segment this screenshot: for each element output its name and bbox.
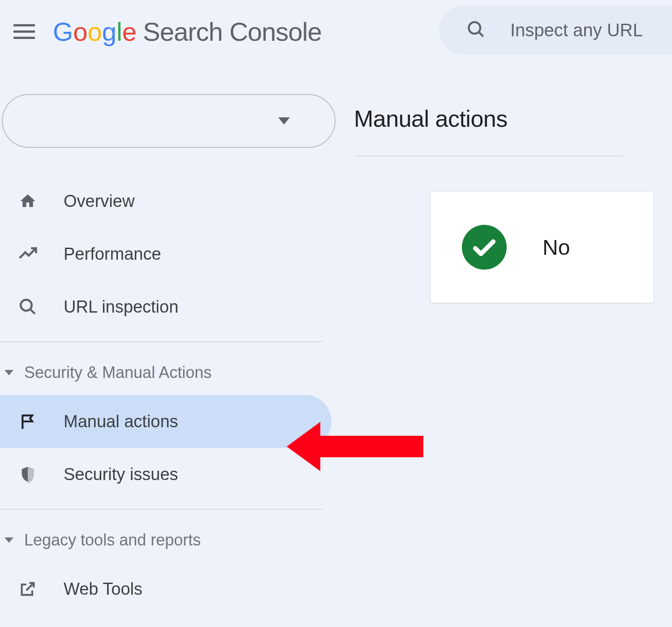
svg-point-0 (469, 22, 480, 34)
logo-suffix: Search Console (143, 17, 322, 47)
shield-icon (18, 464, 38, 484)
sidebar-item-web-tools[interactable]: Web Tools (0, 563, 332, 615)
caret-down-icon (278, 117, 290, 125)
logo-letter: o (73, 17, 87, 47)
property-selector-dropdown[interactable] (2, 94, 336, 148)
sidebar-item-performance[interactable]: Performance (0, 228, 332, 280)
logo-letter: l (116, 17, 122, 47)
sidebar-item-label: Overview (64, 192, 134, 211)
left-sidebar: Overview Performance URL inspection Secu… (0, 63, 340, 615)
sidebar-item-url-inspection[interactable]: URL inspection (0, 280, 332, 333)
caret-down-icon (4, 370, 13, 375)
section-title: Legacy tools and reports (24, 531, 201, 550)
main-content: Manual actions No (340, 63, 672, 615)
status-card: No (430, 191, 654, 303)
sidebar-item-security-issues[interactable]: Security issues (0, 448, 332, 501)
external-link-icon (18, 579, 38, 599)
svg-point-2 (21, 300, 32, 311)
page-title: Manual actions (354, 105, 672, 132)
hamburger-menu-icon[interactable] (13, 21, 35, 42)
check-circle-icon (462, 225, 507, 270)
status-text: No (543, 235, 570, 260)
logo-letter: g (102, 17, 116, 47)
sidebar-divider (0, 341, 323, 342)
sidebar-item-manual-actions[interactable]: Manual actions (0, 395, 332, 448)
section-title: Security & Manual Actions (24, 363, 211, 382)
search-icon (18, 297, 38, 317)
sidebar-item-label: Web Tools (64, 580, 142, 599)
sidebar-section-legacy[interactable]: Legacy tools and reports (0, 518, 340, 563)
svg-line-5 (26, 583, 34, 591)
search-icon (466, 19, 486, 41)
title-divider (354, 155, 623, 156)
sidebar-item-label: Manual actions (64, 412, 178, 431)
logo-letter: e (122, 17, 137, 47)
sidebar-section-security[interactable]: Security & Manual Actions (0, 350, 340, 395)
home-icon (18, 191, 38, 211)
search-placeholder: Inspect any URL (510, 20, 643, 40)
sidebar-item-label: Performance (64, 245, 161, 264)
sidebar-item-label: Security issues (64, 465, 178, 484)
sidebar-divider (0, 509, 323, 510)
trend-up-icon (18, 244, 38, 264)
logo-letter: G (53, 17, 73, 47)
url-inspect-search[interactable]: Inspect any URL (439, 5, 672, 55)
google-search-console-logo: G o o g l e Search Console (53, 17, 322, 47)
caret-down-icon (4, 537, 13, 543)
sidebar-item-overview[interactable]: Overview (0, 175, 332, 228)
logo-letter: o (87, 17, 102, 47)
flag-icon (18, 412, 38, 431)
svg-line-1 (478, 32, 483, 36)
sidebar-item-label: URL inspection (64, 297, 178, 317)
svg-line-3 (30, 309, 35, 314)
